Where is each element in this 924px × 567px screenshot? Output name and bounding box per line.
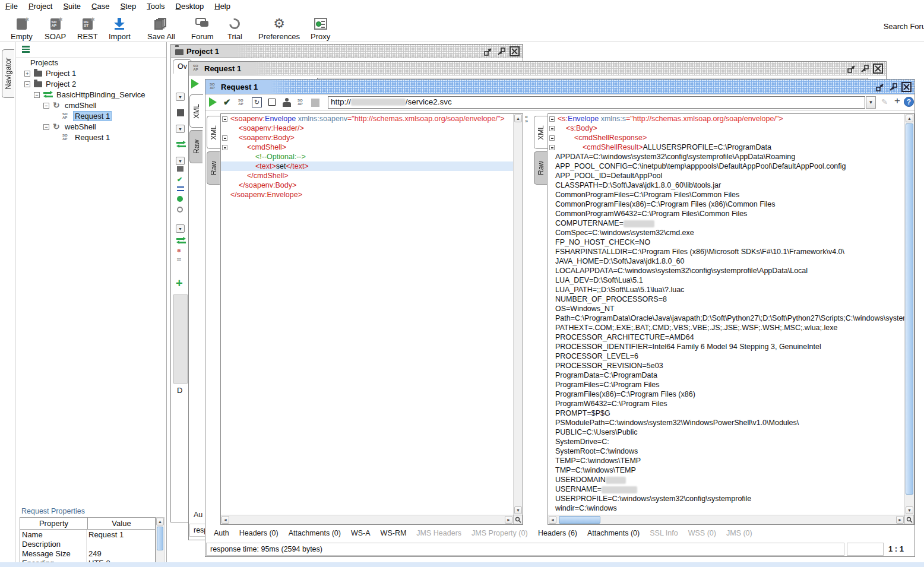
tree-item-request-1[interactable]: SOAPRequest 1 — [16, 132, 166, 143]
tree-item-webshell[interactable]: −↻webShell — [16, 122, 166, 132]
request-titlebar[interactable]: SOAP Request 1 — [205, 80, 914, 94]
fold-toggle-icon[interactable] — [549, 126, 555, 131]
collapse-combo-icon[interactable]: ▼ — [176, 224, 185, 233]
fold-toggle-icon[interactable] — [222, 135, 227, 141]
add-icon[interactable]: + — [176, 277, 183, 290]
request-editor-vscrollbar[interactable]: ▲ ▼ — [513, 114, 523, 515]
splitter-collapse-icons[interactable]: «» — [525, 115, 528, 123]
trial-button[interactable]: Trial — [227, 16, 242, 41]
property-row[interactable]: Message Size249 — [20, 549, 155, 558]
soap-headers-icon[interactable]: SOAP — [298, 99, 303, 106]
response-vscrollbar[interactable]: ▲ ▼ — [904, 114, 914, 515]
submit-request-icon[interactable] — [209, 97, 217, 107]
tab-headers-0-[interactable]: Headers (0) — [239, 529, 279, 537]
tree-item-projects[interactable]: Projects — [16, 58, 166, 68]
restore-icon[interactable] — [875, 83, 885, 92]
zoom-ratio: 1 : 1 — [888, 544, 904, 553]
help-icon[interactable]: ? — [904, 97, 914, 107]
fold-toggle-icon[interactable] — [549, 145, 555, 150]
magnifier-icon[interactable] — [513, 515, 523, 524]
inactive-icon — [311, 99, 319, 107]
response-bottom-tabs: Headers (6)Attachments (0)SSL InfoWSS (0… — [538, 529, 762, 537]
collapse-combo-icon[interactable]: ▼ — [176, 93, 185, 101]
tab-raw[interactable]: Raw — [534, 151, 547, 185]
save-all-button[interactable]: Save All — [147, 16, 175, 41]
recreate-request-icon[interactable]: ↻ — [252, 97, 262, 107]
tab-attachments-0-[interactable]: Attachments (0) — [289, 529, 341, 537]
tree-menu-icon[interactable] — [22, 46, 30, 54]
tab-auth[interactable]: Au — [194, 511, 202, 519]
fold-toggle-icon[interactable] — [222, 145, 227, 150]
app-status-strip — [0, 562, 924, 567]
menu-desktop[interactable]: Desktop — [170, 0, 210, 11]
menu-file[interactable]: File — [0, 0, 23, 11]
restore-icon[interactable] — [483, 47, 493, 56]
menu-step[interactable]: Step — [115, 0, 141, 11]
magnifier-icon[interactable] — [904, 515, 914, 524]
tab-auth[interactable]: Auth — [214, 529, 229, 537]
properties-scrollbar[interactable]: ▲ — [156, 517, 164, 567]
menu-help[interactable]: Help — [209, 0, 236, 11]
tree-item-project-1[interactable]: +Project 1 — [16, 68, 166, 79]
credentials-icon[interactable] — [283, 98, 291, 107]
collapse-combo-icon[interactable]: ▼ — [176, 125, 185, 133]
menu-project[interactable]: Project — [23, 0, 58, 11]
tab-ws-rm[interactable]: WS-RM — [381, 529, 407, 537]
request-toolbar: ✔ SOAP ↻ SOAP http:///service2.svc ▼ ✎ +… — [205, 94, 914, 111]
project-window-titlebar[interactable]: Project 1 — [171, 45, 523, 58]
empty-button[interactable]: ✱Empty — [11, 16, 33, 41]
collapse-combo-icon[interactable]: ▼ — [176, 157, 185, 165]
response-xml-editor[interactable]: <s:Envelope xmlns:s="http://schemas.xmls… — [548, 113, 914, 525]
tree-item-basichttpbinding_service[interactable]: −BasicHttpBinding_Service — [16, 90, 166, 100]
forum-icon — [191, 16, 214, 31]
tree-item-request-1[interactable]: SOAPRequest 1 — [16, 111, 166, 122]
endpoint-dropdown-icon[interactable]: ▼ — [866, 96, 876, 109]
tab-xml[interactable]: XML — [534, 116, 548, 149]
property-row[interactable]: Description — [20, 539, 155, 549]
soap-action-icon[interactable]: SOAP — [238, 99, 243, 106]
tab-raw[interactable]: Raw — [207, 151, 220, 185]
tab-xml[interactable]: XML — [189, 94, 203, 128]
tab-jms-0-: JMS (0) — [726, 529, 752, 537]
proxy-icon — [311, 16, 330, 31]
maximize-icon[interactable] — [496, 47, 506, 56]
restore-icon[interactable] — [847, 64, 856, 74]
request-editor-hscrollbar[interactable]: ◄ ► — [221, 515, 513, 524]
maximize-icon[interactable] — [860, 64, 869, 74]
menu-case[interactable]: Case — [86, 0, 115, 11]
rest-button[interactable]: REST✱REST — [77, 16, 98, 41]
tree-item-cmdshell[interactable]: −↻cmdShell — [16, 100, 166, 111]
soap-button[interactable]: SOAP✱SOAP — [45, 16, 66, 41]
menu-suite[interactable]: Suite — [58, 0, 86, 11]
forum-button[interactable]: Forum — [191, 16, 214, 41]
close-icon[interactable] — [901, 82, 912, 92]
tab-headers-6-[interactable]: Headers (6) — [538, 529, 577, 537]
tab-attachments-0-[interactable]: Attachments (0) — [587, 529, 640, 537]
tab-xml[interactable]: XML — [207, 116, 220, 149]
tab-raw[interactable]: Raw — [189, 130, 202, 163]
maximize-icon[interactable] — [888, 83, 898, 92]
import-button[interactable]: Import — [109, 16, 131, 41]
endpoint-url-field[interactable]: http:///service2.svc — [328, 96, 865, 109]
proxy-button[interactable]: Proxy — [311, 16, 330, 41]
request-xml-editor[interactable]: <soapenv:Envelope xmlns:soapenv="http://… — [220, 113, 523, 525]
response-hscrollbar[interactable]: ◄ ► — [548, 515, 904, 524]
search-forum-label[interactable]: Search Forum — [884, 22, 924, 31]
outer-request-titlebar[interactable]: SOAP Request 1 — [189, 62, 886, 75]
tab-ws-a[interactable]: WS-A — [351, 529, 371, 537]
clear-icon[interactable] — [268, 99, 276, 106]
fold-toggle-icon[interactable] — [222, 116, 227, 122]
navigator-tab[interactable]: Navigator — [2, 49, 14, 98]
property-row[interactable]: NameRequest 1 — [20, 530, 155, 539]
fold-toggle-icon[interactable] — [549, 135, 555, 141]
play-icon[interactable] — [191, 79, 199, 88]
menu-tools[interactable]: Tools — [141, 0, 170, 11]
validate-icon[interactable]: ✔ — [223, 97, 231, 107]
close-icon[interactable] — [510, 46, 520, 56]
add-endpoint-icon[interactable]: + — [894, 95, 900, 107]
preferences-button[interactable]: ⚙Preferences — [258, 16, 300, 41]
tree-item-project-2[interactable]: −Project 2 — [16, 79, 166, 90]
fold-toggle-icon[interactable] — [549, 116, 555, 122]
progress-box — [847, 543, 884, 556]
close-icon[interactable] — [873, 64, 883, 74]
